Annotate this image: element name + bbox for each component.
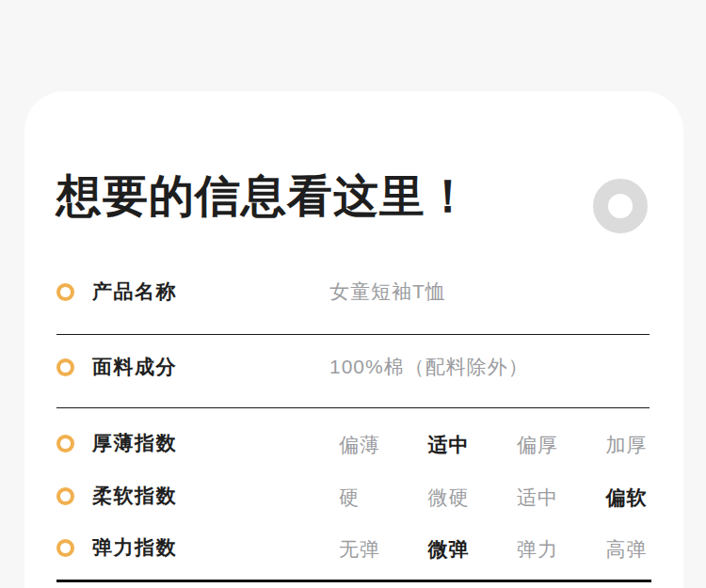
row-label: 产品名称 <box>92 278 177 305</box>
row-label: 面料成分 <box>92 354 177 380</box>
section-bottom-rule <box>56 580 651 582</box>
index-row-thickness: 厚薄指数 偏薄 适中 偏厚 加厚 <box>56 432 674 454</box>
option-item: 偏软 <box>606 485 696 511</box>
bullet-ring-icon <box>56 283 74 301</box>
bullet-ring-icon <box>56 358 74 376</box>
option-item: 适中 <box>428 432 518 458</box>
page: 想要的信息看这里！ 产品名称 女童短袖T恤 面料成分 100%棉（配料除外） 厚… <box>0 0 706 588</box>
row-label: 厚薄指数 <box>92 430 177 456</box>
option-item: 微弹 <box>428 536 518 563</box>
bullet-ring-icon <box>56 487 74 505</box>
option-item: 硬 <box>339 485 428 511</box>
divider <box>56 407 650 408</box>
row-value: 女童短袖T恤 <box>329 278 446 305</box>
index-row-elasticity: 弹力指数 无弹 微弹 弹力 高弹 <box>56 536 674 559</box>
bullet-ring-icon <box>56 539 74 557</box>
row-label: 弹力指数 <box>92 534 177 561</box>
option-item: 偏厚 <box>517 432 606 458</box>
info-row-product-name: 产品名称 女童短袖T恤 <box>56 280 674 303</box>
option-item: 高弹 <box>606 536 696 563</box>
index-row-softness: 柔软指数 硬 微硬 适中 偏软 <box>56 485 674 507</box>
option-scale: 无弹 微弹 弹力 高弹 <box>339 536 695 559</box>
info-row-fabric: 面料成分 100%棉（配料除外） <box>56 356 674 378</box>
option-item: 加厚 <box>606 432 696 458</box>
section-title: 想要的信息看这里！ <box>56 174 472 219</box>
row-value: 100%棉（配料除外） <box>329 354 529 380</box>
option-item: 偏薄 <box>339 432 428 458</box>
option-item: 微硬 <box>428 485 518 511</box>
option-scale: 硬 微硬 适中 偏软 <box>339 485 695 507</box>
option-scale: 偏薄 适中 偏厚 加厚 <box>339 432 695 454</box>
option-item: 弹力 <box>517 536 606 563</box>
option-item: 适中 <box>517 485 606 511</box>
bullet-ring-icon <box>56 435 74 453</box>
row-label: 柔软指数 <box>92 483 177 509</box>
product-info-card: 想要的信息看这里！ 产品名称 女童短袖T恤 面料成分 100%棉（配料除外） 厚… <box>24 91 683 588</box>
decorative-ring-icon <box>593 179 648 233</box>
divider <box>56 334 650 335</box>
option-item: 无弹 <box>339 536 428 563</box>
